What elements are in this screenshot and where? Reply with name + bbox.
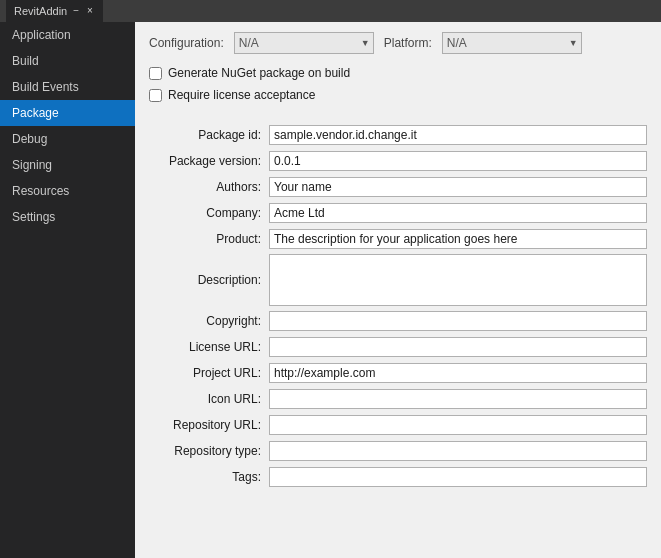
title-bar: RevitAddin − × xyxy=(0,0,661,22)
form-label-copyright: Copyright: xyxy=(149,314,269,328)
form-field-license-url[interactable] xyxy=(269,337,647,357)
form-label-license-url: License URL: xyxy=(149,340,269,354)
form-label-project-url: Project URL: xyxy=(149,366,269,380)
tab-label: RevitAddin xyxy=(14,5,67,17)
checkbox-row-license: Require license acceptance xyxy=(149,88,647,102)
platform-label: Platform: xyxy=(384,36,432,50)
configuration-select[interactable]: N/A xyxy=(234,32,374,54)
form-label-repository-type: Repository type: xyxy=(149,444,269,458)
sidebar-item-build[interactable]: Build xyxy=(0,48,135,74)
form-field-package-id[interactable] xyxy=(269,125,647,145)
form-row-tags: Tags: xyxy=(149,466,647,488)
form-row-copyright: Copyright: xyxy=(149,310,647,332)
sidebar-item-signing[interactable]: Signing xyxy=(0,152,135,178)
platform-select-wrapper: N/A ▼ xyxy=(442,32,582,54)
sidebar-item-settings[interactable]: Settings xyxy=(0,204,135,230)
platform-select[interactable]: N/A xyxy=(442,32,582,54)
sidebar-item-application[interactable]: Application xyxy=(0,22,135,48)
form-row-project-url: Project URL: xyxy=(149,362,647,384)
form-label-authors: Authors: xyxy=(149,180,269,194)
form-field-repository-type[interactable] xyxy=(269,441,647,461)
form-row-description: Description: xyxy=(149,254,647,306)
form-label-tags: Tags: xyxy=(149,470,269,484)
form-row-license-url: License URL: xyxy=(149,336,647,358)
form-field-authors[interactable] xyxy=(269,177,647,197)
form-label-package-version: Package version: xyxy=(149,154,269,168)
content-area: Configuration: N/A ▼ Platform: N/A ▼ Gen… xyxy=(135,22,661,558)
form-label-company: Company: xyxy=(149,206,269,220)
sidebar-item-build-events[interactable]: Build Events xyxy=(0,74,135,100)
sidebar: ApplicationBuildBuild EventsPackageDebug… xyxy=(0,22,135,558)
form-field-icon-url[interactable] xyxy=(269,389,647,409)
form-field-project-url[interactable] xyxy=(269,363,647,383)
form-field-company[interactable] xyxy=(269,203,647,223)
form-row-icon-url: Icon URL: xyxy=(149,388,647,410)
form-row-repository-type: Repository type: xyxy=(149,440,647,462)
form-row-authors: Authors: xyxy=(149,176,647,198)
form-row-company: Company: xyxy=(149,202,647,224)
form-row-package-version: Package version: xyxy=(149,150,647,172)
form-field-product[interactable] xyxy=(269,229,647,249)
checkbox-nuget[interactable] xyxy=(149,67,162,80)
checkbox-row-nuget: Generate NuGet package on build xyxy=(149,66,647,80)
form-label-package-id: Package id: xyxy=(149,128,269,142)
form-label-description: Description: xyxy=(149,273,269,287)
checkbox-license[interactable] xyxy=(149,89,162,102)
tab-item: RevitAddin − × xyxy=(6,0,103,22)
form-field-package-version[interactable] xyxy=(269,151,647,171)
form-row-product: Product: xyxy=(149,228,647,250)
tab-pin-btn[interactable]: − xyxy=(71,6,81,16)
form-label-icon-url: Icon URL: xyxy=(149,392,269,406)
form-row-package-id: Package id: xyxy=(149,124,647,146)
form-field-tags[interactable] xyxy=(269,467,647,487)
form-field-description[interactable] xyxy=(269,254,647,306)
form-label-repository-url: Repository URL: xyxy=(149,418,269,432)
checkbox-label-nuget: Generate NuGet package on build xyxy=(168,66,350,80)
config-row: Configuration: N/A ▼ Platform: N/A ▼ xyxy=(149,32,647,54)
tab-close-btn[interactable]: × xyxy=(85,6,95,16)
main-layout: ApplicationBuildBuild EventsPackageDebug… xyxy=(0,22,661,558)
configuration-select-wrapper: N/A ▼ xyxy=(234,32,374,54)
sidebar-item-debug[interactable]: Debug xyxy=(0,126,135,152)
sidebar-item-resources[interactable]: Resources xyxy=(0,178,135,204)
sidebar-item-package[interactable]: Package xyxy=(0,100,135,126)
form-field-repository-url[interactable] xyxy=(269,415,647,435)
form-row-repository-url: Repository URL: xyxy=(149,414,647,436)
config-label: Configuration: xyxy=(149,36,224,50)
form-section: Package id:Package version:Authors:Compa… xyxy=(149,124,647,488)
form-label-product: Product: xyxy=(149,232,269,246)
form-field-copyright[interactable] xyxy=(269,311,647,331)
checkbox-label-license: Require license acceptance xyxy=(168,88,315,102)
